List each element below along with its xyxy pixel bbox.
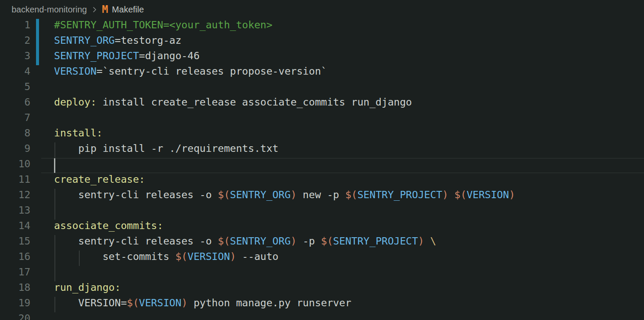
code-line: 18 run_django:	[0, 281, 644, 297]
code-line-content[interactable]: pip install -r ./requirements.txt	[54, 142, 278, 158]
code-line: 3 SENTRY_PROJECT=django-46	[0, 50, 644, 65]
code-token-punct: )	[291, 235, 297, 247]
line-number[interactable]: 8	[0, 127, 30, 142]
code-token-var: SENTRY_ORG	[230, 189, 290, 201]
git-modified-indicator[interactable]	[36, 19, 39, 34]
indent-guide	[54, 235, 55, 251]
line-number[interactable]: 19	[0, 297, 30, 312]
line-number[interactable]: 15	[0, 235, 30, 251]
code-line-content[interactable]: associate_commits:	[54, 220, 163, 235]
line-number[interactable]: 14	[0, 220, 30, 235]
indent-guide	[54, 266, 55, 281]
line-number[interactable]: 2	[0, 34, 30, 50]
text-cursor	[54, 158, 55, 173]
code-token-punct: )	[442, 189, 448, 201]
indent-guide	[54, 297, 55, 312]
code-token-punct: )	[418, 235, 424, 247]
code-line-content[interactable]: deploy: install create_release associate…	[54, 96, 412, 112]
code-line: 16 set-commits $(VERSION) --auto	[0, 251, 644, 266]
code-line: 2 SENTRY_ORG=testorg-az	[0, 34, 644, 50]
code-token-var: VERSION	[187, 251, 230, 263]
code-token-target: deploy:	[54, 96, 96, 108]
code-token-target: associate_commits:	[54, 220, 163, 232]
code-line-content[interactable]: create_release:	[54, 173, 145, 189]
code-token-var: SENTRY_ORG	[54, 34, 114, 46]
line-number[interactable]: 17	[0, 266, 30, 281]
git-modified-indicator[interactable]	[36, 34, 39, 50]
code-token-plain: pip install -r ./requirements.txt	[54, 142, 278, 154]
code-line: 9 pip install -r ./requirements.txt	[0, 142, 644, 158]
code-line: 5	[0, 81, 644, 96]
code-token-plain: sentry-cli releases -o	[54, 235, 218, 247]
code-token-plain: =django-46	[139, 50, 199, 62]
code-line-content[interactable]: #SENTRY_AUTH_TOKEN=<your_auth_token>	[54, 19, 272, 34]
line-number[interactable]: 7	[0, 112, 30, 127]
code-token-var: VERSION	[54, 65, 96, 77]
code-line-content[interactable]: install:	[54, 127, 102, 142]
code-token-plain	[424, 235, 430, 247]
line-number[interactable]: 11	[0, 173, 30, 189]
code-token-plain: set-commits	[54, 251, 175, 263]
code-token-punct: )	[291, 189, 297, 201]
makefile-icon: M	[102, 4, 108, 15]
code-token-punct: )	[230, 251, 236, 263]
code-token-var: SENTRY_PROJECT	[357, 189, 442, 201]
code-line: 15 sentry-cli releases -o $(SENTRY_ORG) …	[0, 235, 644, 251]
code-token-plain: -p	[297, 235, 321, 247]
line-number[interactable]: 4	[0, 65, 30, 81]
code-token-var: SENTRY_PROJECT	[333, 235, 418, 247]
code-line-content[interactable]: SENTRY_PROJECT=django-46	[54, 50, 200, 65]
code-line: 13	[0, 204, 644, 220]
code-token-target: install:	[54, 127, 102, 139]
code-editor: 1 #SENTRY_AUTH_TOKEN=<your_auth_token> 2…	[0, 19, 644, 320]
line-number[interactable]: 1	[0, 19, 30, 34]
code-token-plain: sentry-cli releases -o	[54, 189, 218, 201]
line-number[interactable]: 16	[0, 251, 30, 266]
code-token-var: VERSION	[139, 297, 181, 309]
code-line: 19 VERSION=$(VERSION) python manage.py r…	[0, 297, 644, 312]
code-token-plain: =testorg-az	[114, 34, 181, 46]
code-line: 10	[0, 158, 644, 173]
indent-guide	[54, 204, 55, 220]
code-line-content[interactable]: VERSION=`sentry-cli releases propose-ver…	[54, 65, 327, 81]
code-token-punct: $(	[175, 251, 187, 263]
code-token-punct: $(	[345, 189, 357, 201]
code-token-punct: $(	[127, 297, 139, 309]
code-token-plain: =`sentry-cli releases propose-version`	[96, 65, 327, 77]
line-number[interactable]: 20	[0, 312, 30, 320]
code-line: 20	[0, 312, 644, 320]
breadcrumb-folder[interactable]: backend-monitoring	[12, 5, 87, 15]
code-token-target: create_release:	[54, 173, 145, 185]
line-number[interactable]: 9	[0, 142, 30, 158]
indent-guide	[54, 142, 55, 158]
code-token-punct: )	[509, 189, 515, 201]
code-token-punct: $(	[321, 235, 333, 247]
line-number[interactable]: 3	[0, 50, 30, 65]
chevron-right-icon	[91, 6, 98, 13]
code-line-content[interactable]: set-commits $(VERSION) --auto	[54, 251, 279, 266]
code-token-plain: install create_release associate_commits…	[96, 96, 412, 108]
code-line-content[interactable]: run_django:	[54, 281, 121, 297]
line-number[interactable]: 10	[0, 158, 30, 173]
code-token-plain: python manage.py runserver	[187, 297, 351, 309]
code-token-target: run_django:	[54, 281, 121, 293]
code-line: 17	[0, 266, 644, 281]
code-token-plain	[448, 189, 454, 201]
breadcrumb-file[interactable]: Makefile	[112, 5, 144, 15]
line-number[interactable]: 13	[0, 204, 30, 220]
current-line-highlight	[41, 158, 644, 173]
code-line-content[interactable]: sentry-cli releases -o $(SENTRY_ORG) new…	[54, 189, 515, 204]
code-line-content[interactable]: SENTRY_ORG=testorg-az	[54, 34, 181, 50]
code-token-punct: )	[181, 297, 187, 309]
breadcrumb: backend-monitoring M Makefile	[0, 0, 644, 19]
code-line-content[interactable]: sentry-cli releases -o $(SENTRY_ORG) -p …	[54, 235, 436, 251]
code-line: 11 create_release:	[0, 173, 644, 189]
code-line: 1 #SENTRY_AUTH_TOKEN=<your_auth_token>	[0, 19, 644, 34]
git-modified-indicator[interactable]	[36, 50, 39, 65]
line-number[interactable]: 12	[0, 189, 30, 204]
line-number[interactable]: 6	[0, 96, 30, 112]
line-number[interactable]: 5	[0, 81, 30, 96]
code-token-plain: VERSION=	[54, 297, 127, 309]
line-number[interactable]: 18	[0, 281, 30, 297]
code-line-content[interactable]: VERSION=$(VERSION) python manage.py runs…	[54, 297, 351, 312]
